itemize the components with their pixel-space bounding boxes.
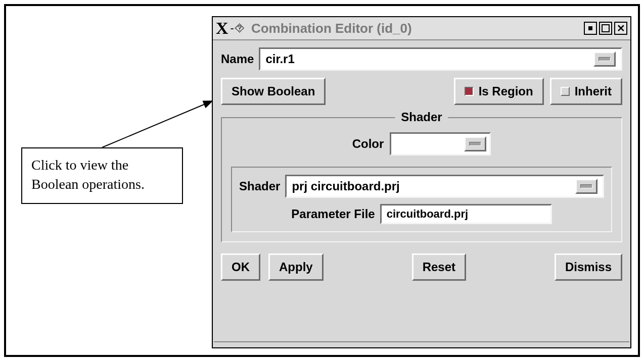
color-label: Color: [352, 137, 384, 151]
window-title: Combination Editor (id_0): [249, 21, 580, 36]
name-input[interactable]: cir.r1: [259, 47, 622, 71]
svg-line-1: [102, 101, 212, 147]
name-value: cir.r1: [265, 52, 294, 66]
maximize-button[interactable]: [599, 22, 612, 35]
client-area: Name cir.r1 Show Boolean Is Region: [213, 40, 630, 286]
shader-value: prj circuitboard.prj: [292, 179, 399, 193]
titlebar[interactable]: X -⯑ Combination Editor (id_0) ✕: [213, 17, 630, 40]
callout-box: Click to view the Boolean operations.: [21, 147, 183, 204]
name-dropdown-icon[interactable]: [593, 51, 616, 67]
shader-row: Shader prj circuitboard.prj: [239, 175, 604, 198]
is-region-indicator-icon: [465, 87, 474, 96]
shader-inner-group: Shader prj circuitboard.prj Parameter Fi…: [231, 167, 612, 232]
parameter-file-label: Parameter File: [291, 207, 375, 221]
is-region-toggle[interactable]: Is Region: [454, 78, 544, 105]
dismiss-button[interactable]: Dismiss: [555, 253, 622, 281]
name-row: Name cir.r1: [221, 47, 622, 71]
color-input[interactable]: [390, 132, 491, 156]
figure-frame: Click to view the Boolean operations. X …: [4, 4, 640, 357]
reset-label: Reset: [423, 260, 455, 274]
minimize-button[interactable]: [584, 22, 597, 35]
shader-input[interactable]: prj circuitboard.prj: [285, 175, 604, 198]
inherit-indicator-icon: [561, 87, 570, 96]
inherit-label: Inherit: [575, 84, 612, 98]
statusbar: [214, 341, 629, 346]
titlebar-left-icons: X -⯑: [216, 20, 245, 37]
titlebar-right-icons: ✕: [584, 22, 627, 35]
color-dropdown-icon[interactable]: [464, 136, 486, 151]
parameter-file-row: Parameter File circuitboard.prj: [239, 204, 604, 224]
show-boolean-button[interactable]: Show Boolean: [221, 78, 326, 105]
parameter-file-input[interactable]: circuitboard.prj: [380, 204, 552, 224]
reset-button[interactable]: Reset: [412, 253, 466, 281]
shader-groupbox: Shader Color Shader prj circuitboard.prj: [221, 117, 622, 242]
parameter-file-value: circuitboard.prj: [387, 208, 468, 221]
ok-label: OK: [232, 260, 250, 274]
name-label: Name: [221, 52, 254, 66]
shader-label: Shader: [239, 179, 280, 193]
toolbar-row: Show Boolean Is Region Inherit: [221, 78, 622, 105]
is-region-label: Is Region: [479, 84, 533, 98]
x-logo-icon: X: [216, 20, 228, 37]
color-row: Color: [231, 132, 612, 156]
shader-dropdown-icon[interactable]: [575, 179, 597, 194]
apply-button[interactable]: Apply: [268, 253, 324, 281]
apply-label: Apply: [279, 260, 313, 274]
pin-icon[interactable]: -⯑: [231, 23, 245, 34]
close-button[interactable]: ✕: [614, 22, 627, 35]
inherit-toggle[interactable]: Inherit: [550, 78, 622, 105]
shader-group-title: Shader: [395, 110, 448, 124]
show-boolean-label: Show Boolean: [232, 84, 315, 98]
callout-text: Click to view the Boolean operations.: [31, 157, 145, 192]
dialog-button-row: OK Apply Reset Dismiss: [221, 253, 622, 281]
dismiss-label: Dismiss: [565, 260, 612, 274]
ok-button[interactable]: OK: [221, 253, 260, 281]
combination-editor-window: X -⯑ Combination Editor (id_0) ✕ Name ci…: [212, 16, 631, 348]
